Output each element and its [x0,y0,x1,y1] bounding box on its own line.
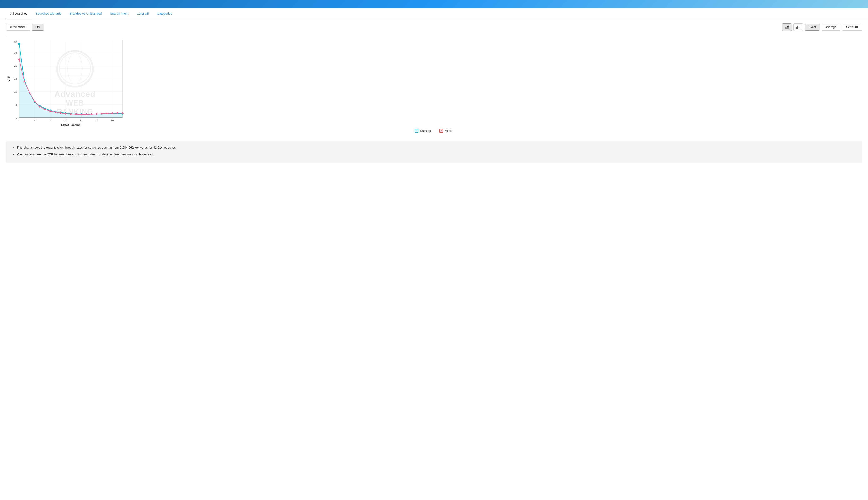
svg-text:CTR: CTR [7,76,10,82]
mobile-dot-16 [96,113,98,115]
legend-row: ✓ Desktop ✓ Mobile [6,127,862,137]
svg-text:4: 4 [34,119,35,122]
svg-text:13: 13 [80,119,83,122]
svg-text:0: 0 [16,116,17,119]
mobile-label: Mobile [445,129,453,133]
chart-area: Advanced WEB RANKING [0,35,868,141]
area-chart-icon [785,25,789,29]
svg-rect-3 [799,27,799,29]
tab-searches-with-ads[interactable]: Searches with ads [32,8,66,19]
date-button[interactable]: Oct 2018 [842,24,862,31]
info-bullet-2: You can compare the CTR for searches com… [17,152,856,157]
mobile-dot-12 [75,113,77,115]
mobile-dot-13 [80,114,82,115]
svg-text:30: 30 [14,41,17,44]
chart-svg: 0 5 10 15 20 25 30 CTR 1 4 7 10 13 16 19… [6,39,131,127]
bar-chart-button[interactable] [793,23,803,31]
mobile-dot-7 [49,110,51,112]
tabs-container: All searches Searches with ads Branded v… [0,8,868,19]
info-box: This chart shows the organic click-throu… [6,141,862,163]
us-button[interactable]: US [32,24,44,31]
mobile-dot-5 [39,106,41,108]
svg-text:Exact Position: Exact Position [61,123,81,126]
mobile-dot-3 [29,92,31,93]
svg-text:15: 15 [14,77,17,80]
svg-rect-2 [797,26,798,29]
bar-chart-icon [796,25,800,29]
svg-text:10: 10 [64,119,67,122]
tab-long-tail[interactable]: Long tail [133,8,153,19]
mobile-dot-20 [117,112,118,114]
mobile-checkbox[interactable]: ✓ [439,129,443,133]
chart-wrapper: Advanced WEB RANKING [6,39,131,127]
svg-text:25: 25 [14,52,17,54]
svg-text:5: 5 [16,103,17,106]
international-button[interactable]: International [6,24,30,31]
desktop-label: Desktop [420,129,431,133]
mobile-dot-11 [70,113,72,115]
desktop-checkbox[interactable]: ✓ [415,129,419,133]
svg-rect-1 [796,27,797,29]
mobile-dot-6 [44,109,46,110]
svg-text:7: 7 [49,119,51,122]
region-controls: International US [6,24,44,31]
area-chart-button[interactable] [782,23,792,31]
mobile-dot-18 [106,113,108,114]
mobile-dot-9 [60,112,61,114]
svg-text:19: 19 [111,119,114,122]
mobile-dot-17 [101,113,103,115]
mobile-dot-2 [24,81,25,82]
mobile-dot-8 [55,112,56,113]
mobile-dot-14 [85,114,87,115]
top-bar [0,0,868,8]
mobile-dot-15 [91,113,92,115]
tab-branded-vs-unbranded[interactable]: Branded vs Unbranded [65,8,106,19]
tab-categories[interactable]: Categories [153,8,176,19]
mobile-dot-19 [112,113,113,114]
mobile-dot-10 [65,113,67,115]
legend-desktop: ✓ Desktop [415,129,431,133]
average-button[interactable]: Average [822,24,840,31]
mobile-dot-21 [122,113,123,114]
legend-mobile: ✓ Mobile [439,129,453,133]
svg-text:16: 16 [95,119,98,122]
mobile-dot-4 [34,101,35,102]
exact-button[interactable]: Exact [805,24,820,31]
info-list: This chart shows the organic click-throu… [12,145,856,157]
tab-all-searches[interactable]: All searches [6,8,32,19]
svg-text:20: 20 [14,64,17,67]
svg-rect-4 [800,26,800,29]
right-controls: Exact Average Oct 2018 [782,23,862,31]
info-bullet-1: This chart shows the organic click-throu… [17,145,856,150]
svg-text:1: 1 [19,119,20,122]
svg-text:10: 10 [14,90,17,93]
controls-row: International US Exact Average Oct 2018 [0,19,868,35]
desktop-checkmark: ✓ [415,129,418,132]
tab-search-intent[interactable]: Search intent [106,8,133,19]
mobile-checkmark: ✓ [440,129,442,132]
